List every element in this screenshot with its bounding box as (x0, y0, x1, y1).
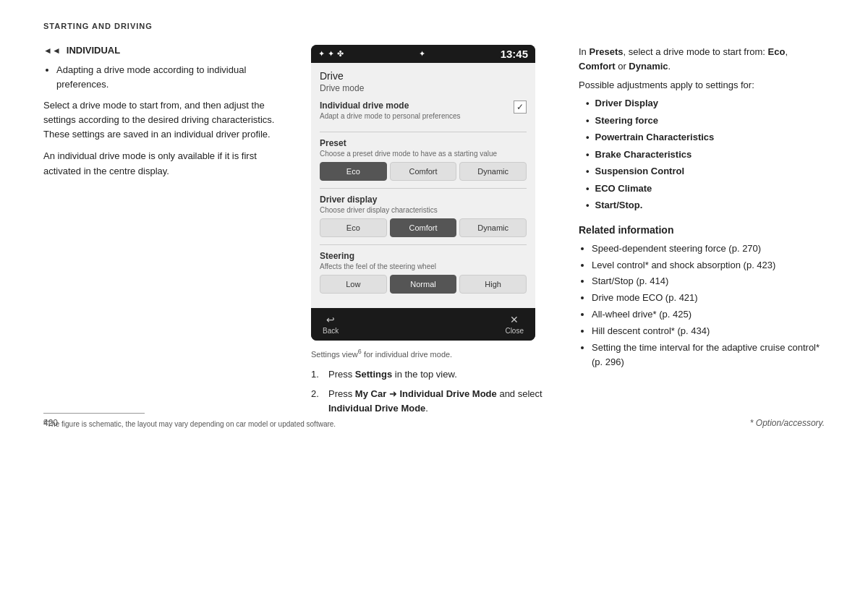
related-info-title: Related information (579, 224, 825, 236)
or-text: or (616, 61, 629, 72)
phone-screen-title: Drive (320, 70, 527, 82)
step-2-mycar: My Car (355, 388, 386, 399)
period1: . (668, 61, 671, 72)
divider-2 (320, 188, 527, 189)
steering-btn-high[interactable]: High (459, 275, 527, 294)
close-icon: ✕ (510, 314, 519, 325)
steering-btn-low[interactable]: Low (320, 275, 387, 294)
steering-label: Steering (320, 251, 527, 261)
settings-item-driver-display: Driver Display (586, 96, 825, 111)
figure-caption: Settings view6 for individual drive mode… (311, 348, 557, 359)
individual-drive-mode-section: Individual drive mode Adapt a drive mode… (320, 101, 527, 124)
status-icons: ✦ ✦ ✤ (318, 49, 344, 59)
settings-item-powertrain: Powertrain Characteristics (586, 130, 825, 145)
footnote-body: The figure is schematic, the layout may … (47, 420, 336, 428)
preset-desc: Choose a preset drive mode to have as a … (320, 150, 527, 158)
left-column: ◄◄ INDIVIDUAL Adapting a drive mode acco… (43, 45, 289, 186)
steering-btn-normal[interactable]: Normal (390, 275, 457, 294)
driver-display-btn-comfort[interactable]: Comfort (390, 218, 457, 237)
phone-screen-subtitle: Drive mode (320, 83, 527, 93)
related-list: Speed-dependent steering force (p. 270) … (579, 242, 825, 370)
body-text-2: An individual drive mode is only availab… (43, 149, 289, 178)
related-item-4: Drive mode ECO (p. 421) (592, 291, 825, 306)
comma1: , (785, 46, 788, 57)
steering-section: Steering Affects the feel of the steerin… (320, 251, 527, 294)
phone-content: Drive Drive mode Individual drive mode A… (311, 63, 535, 308)
settings-item-startstop: Start/Stop. (586, 198, 825, 213)
bt-icon: ✤ (337, 49, 344, 59)
steps-list: 1. Press Settings in the top view. 2. Pr… (311, 367, 557, 416)
option-text: * Option/accessory. (750, 418, 825, 428)
step-2-text: Press My Car ➜ Individual Drive Mode and… (328, 387, 557, 415)
settings-item-brake: Brake Characteristics (586, 148, 825, 162)
step-1-num: 1. (311, 367, 323, 382)
right-presets-values: Eco (768, 46, 786, 57)
footnote-text: 6The figure is schematic, the layout may… (43, 418, 825, 428)
right-column: In Presets, select a drive mode to start… (579, 45, 825, 372)
phone-bottom-bar: ↩ Back ✕ Close (311, 308, 535, 341)
phone-close-button[interactable]: ✕ Close (505, 314, 524, 335)
settings-item-suspension: Suspension Control (586, 164, 825, 179)
wifi-icon: ✦ (328, 49, 334, 59)
step-1-bold: Settings (355, 369, 392, 380)
driver-display-desc: Choose driver display characteristics (320, 206, 527, 214)
preset-section: Preset Choose a preset drive mode to hav… (320, 138, 527, 181)
divider-1 (320, 132, 527, 132)
steering-desc: Affects the feel of the steering wheel (320, 262, 527, 270)
step-1: 1. Press Settings in the top view. (311, 367, 557, 382)
right-comfort: Comfort (579, 61, 616, 72)
driver-display-button-group: Eco Comfort Dynamic (320, 218, 527, 237)
related-item-1: Speed-dependent steering force (p. 270) (592, 242, 825, 257)
phone-screen: ✦ ✦ ✤ ✦ 13:45 Drive Drive mode (311, 45, 535, 341)
preset-button-group: Eco Comfort Dynamic (320, 162, 527, 181)
individual-drive-mode-checkbox[interactable]: ✓ (514, 101, 527, 114)
related-item-3: Start/Stop (p. 414) (592, 274, 825, 289)
footnote-divider (43, 413, 145, 414)
driver-display-btn-dynamic[interactable]: Dynamic (459, 218, 527, 237)
preset-btn-comfort[interactable]: Comfort (390, 162, 457, 181)
close-label: Close (505, 327, 524, 335)
preset-btn-dynamic[interactable]: Dynamic (459, 162, 527, 181)
step-2: 2. Press My Car ➜ Individual Drive Mode … (311, 387, 557, 415)
intro-bullet-item: Adapting a drive mode according to indiv… (56, 63, 289, 91)
caption-suffix: for individual drive mode. (362, 350, 452, 359)
page-footer: 6The figure is schematic, the layout may… (43, 413, 825, 428)
settings-item-steering: Steering force (586, 114, 825, 128)
settings-item-eco: ECO Climate (586, 181, 825, 196)
right-dynamic: Dynamic (629, 61, 668, 72)
right-intro-text: In Presets, select a drive mode to start… (579, 45, 825, 74)
nav-icon: ✦ (419, 49, 425, 59)
step-1-text: Press Settings in the top view. (328, 367, 557, 382)
signal-icon: ✦ (318, 49, 325, 59)
individual-title: INDIVIDUAL (67, 45, 120, 56)
related-item-2: Level control* and shock absorption (p. … (592, 258, 825, 273)
related-item-6: Hill descent control* (p. 434) (592, 324, 825, 339)
step-2-indiv-drive: Individual Drive Mode (399, 388, 496, 399)
divider-3 (320, 244, 527, 245)
right-intro-suffix: , select a drive mode to start from: (623, 46, 767, 57)
page-number: 420 (43, 418, 58, 428)
body-text-1: Select a drive mode to start from, and t… (43, 98, 289, 142)
back-label: Back (323, 327, 339, 335)
phone-back-button[interactable]: ↩ Back (323, 314, 339, 335)
driver-display-btn-eco[interactable]: Eco (320, 218, 387, 237)
preset-btn-eco[interactable]: Eco (320, 162, 387, 181)
steering-button-group: Low Normal High (320, 275, 527, 294)
intro-bullet-list: Adapting a drive mode according to indiv… (43, 63, 289, 91)
individual-header: ◄◄ INDIVIDUAL (43, 45, 289, 56)
preset-label: Preset (320, 138, 527, 148)
possible-text: Possible adjustments apply to settings f… (579, 80, 825, 90)
settings-list: Driver Display Steering force Powertrain… (579, 96, 825, 213)
individual-drive-mode-label: Individual drive mode (320, 101, 461, 111)
status-time: 13:45 (501, 48, 528, 60)
right-intro-plain: In (579, 46, 589, 57)
double-arrow-icon: ◄◄ (43, 46, 61, 56)
related-item-5: All-wheel drive* (p. 425) (592, 307, 825, 322)
step-2-num: 2. (311, 387, 323, 415)
back-icon: ↩ (326, 314, 335, 325)
driver-display-label: Driver display (320, 195, 527, 205)
phone-status-bar: ✦ ✦ ✤ ✦ 13:45 (311, 45, 535, 63)
right-intro-bold: Presets (589, 46, 623, 57)
caption-text: Settings view (311, 350, 358, 359)
center-column: ✦ ✦ ✤ ✦ 13:45 Drive Drive mode (311, 45, 557, 421)
